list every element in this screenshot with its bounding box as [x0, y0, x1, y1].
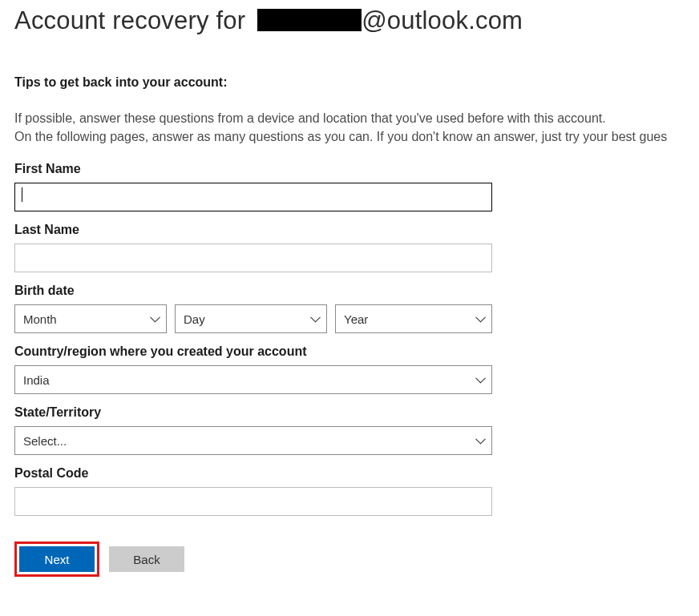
tips-body: If possible, answer these questions from…	[14, 109, 685, 146]
postal-group: Postal Code	[14, 466, 685, 516]
tips-line1: If possible, answer these questions from…	[14, 111, 606, 125]
country-group: Country/region where you created your ac…	[14, 344, 685, 394]
birth-date-group: Birth date Month Day Year	[14, 284, 685, 333]
next-button-highlight: Next	[14, 542, 99, 577]
state-group: State/Territory Select...	[14, 405, 685, 455]
first-name-label: First Name	[14, 162, 685, 176]
first-name-group: First Name	[14, 162, 685, 211]
back-button[interactable]: Back	[109, 546, 184, 572]
title-tail-text: @outlook.com	[362, 6, 523, 35]
birth-date-label: Birth date	[14, 284, 685, 298]
page-title: Account recovery for @outlook.com	[14, 6, 685, 35]
tips-line2: On the following pages, answer as many q…	[14, 130, 667, 143]
next-button[interactable]: Next	[19, 546, 95, 572]
tips-heading: Tips to get back into your account:	[14, 75, 685, 90]
last-name-group: Last Name	[14, 223, 685, 272]
state-select[interactable]: Select...	[14, 426, 492, 455]
state-label: State/Territory	[14, 405, 685, 420]
button-row: Next Back	[14, 542, 685, 577]
redacted-email-local	[257, 9, 362, 31]
month-select[interactable]: Month	[14, 304, 167, 333]
title-lead-text: Account recovery for	[14, 6, 245, 35]
year-select[interactable]: Year	[335, 304, 492, 333]
postal-label: Postal Code	[14, 466, 685, 481]
last-name-label: Last Name	[14, 223, 685, 237]
last-name-input[interactable]	[14, 244, 492, 272]
country-label: Country/region where you created your ac…	[14, 344, 685, 359]
postal-input[interactable]	[14, 487, 492, 516]
country-select[interactable]: India	[14, 365, 492, 394]
text-caret	[22, 187, 22, 202]
first-name-input[interactable]	[14, 183, 492, 211]
day-select[interactable]: Day	[175, 304, 327, 333]
